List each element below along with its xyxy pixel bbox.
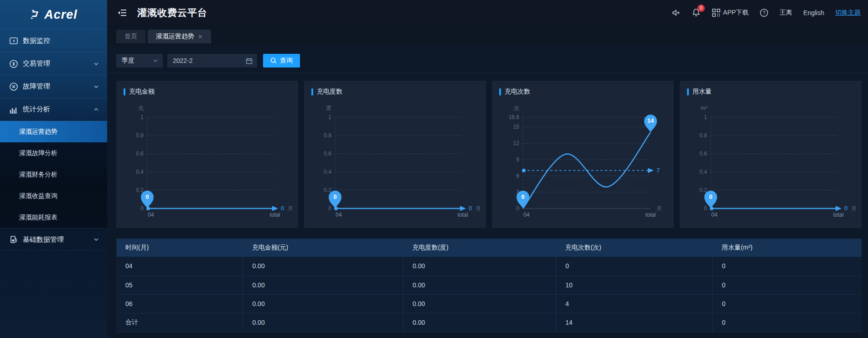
chevron-down-icon xyxy=(153,58,158,63)
page-title: 灌溉收费云平台 xyxy=(137,6,207,19)
svg-text:?: ? xyxy=(763,10,765,16)
submenu-item-finance-analysis[interactable]: 灌溉财务分析 xyxy=(0,164,107,185)
svg-text:0: 0 xyxy=(709,193,712,200)
period-select[interactable]: 季度 xyxy=(116,54,163,68)
svg-text:月: 月 xyxy=(288,205,293,212)
brand-name: Acrel xyxy=(44,8,78,22)
svg-text:元: 元 xyxy=(138,105,144,111)
monitor-icon xyxy=(9,36,18,46)
panel-title: 充电金额 xyxy=(116,81,298,96)
mute-icon[interactable] xyxy=(672,8,681,17)
table-cell: 06 xyxy=(116,294,243,313)
table-cell: 0.00 xyxy=(243,313,403,332)
panel-charge-amount: 充电金额 00.20.40.60.81元04total0月0 xyxy=(116,81,298,228)
panel-water-usage: 用水量 00.20.40.60.81m³04total0月0 xyxy=(680,81,862,228)
svg-text:0.2: 0.2 xyxy=(324,187,331,193)
table-cell: 0 xyxy=(713,276,862,294)
table-cell: 0 xyxy=(713,313,862,332)
query-bar: 季度 查询 xyxy=(116,54,868,68)
svg-text:0: 0 xyxy=(844,205,847,212)
chevron-down-icon xyxy=(93,237,99,242)
sidebar-item-transaction[interactable]: ¥ 交易管理 xyxy=(0,52,107,75)
svg-text:0: 0 xyxy=(140,205,144,212)
svg-text:月: 月 xyxy=(475,205,481,212)
sidebar-item-label: 统计分析 xyxy=(23,105,93,114)
svg-text:0: 0 xyxy=(516,205,519,212)
col-header-time: 时间(月) xyxy=(116,239,243,257)
header-actions: 0 APP下载 ? 王离 English 切换主题 xyxy=(672,8,861,18)
table-row: 050.000.00100 xyxy=(116,276,862,294)
sidebar-item-statistics[interactable]: 统计分析 xyxy=(0,98,107,120)
submenu-item-fault-analysis[interactable]: 灌溉故障分析 xyxy=(0,142,107,164)
panel-charge-energy: 充电度数 00.20.40.60.81度04total0月0 xyxy=(304,81,486,228)
line-chart-water-usage: 00.20.40.60.81m³04total0月0 xyxy=(680,96,862,226)
fault-icon xyxy=(9,82,18,91)
svg-text:0: 0 xyxy=(521,193,524,200)
base-data-icon xyxy=(9,235,18,244)
table-cell: 0.00 xyxy=(403,257,556,276)
table-cell: 合计 xyxy=(116,313,243,332)
svg-text:0.2: 0.2 xyxy=(136,187,144,193)
col-header-charge-amount: 充电金额(元) xyxy=(243,239,403,257)
svg-text:0: 0 xyxy=(333,193,336,200)
stats-icon xyxy=(9,105,18,114)
svg-text:1: 1 xyxy=(704,114,707,120)
svg-text:0.6: 0.6 xyxy=(136,151,144,157)
table-cell: 0.00 xyxy=(403,294,556,313)
sidebar-collapse-icon[interactable] xyxy=(117,8,127,18)
username[interactable]: 王离 xyxy=(780,9,792,17)
table-header-row: 时间(月) 充电金额(元) 充电度数(度) 充电次数(次) 用水量(m³) xyxy=(116,239,862,257)
notification-bell[interactable]: 0 xyxy=(692,8,701,18)
svg-text:15: 15 xyxy=(513,124,520,130)
main-area: 灌溉收费云平台 0 xyxy=(107,0,868,338)
svg-text:0: 0 xyxy=(145,193,149,200)
sidebar-item-base-data[interactable]: 基础数据管理 xyxy=(0,228,107,251)
svg-text:04: 04 xyxy=(336,212,342,218)
top-header: 灌溉收费云平台 0 xyxy=(107,0,868,26)
help-icon[interactable]: ? xyxy=(760,8,769,17)
tab-home[interactable]: 首页 xyxy=(116,30,145,43)
period-select-value: 季度 xyxy=(122,57,134,65)
line-chart-charge-count: 0369121516.8次04total7月014 xyxy=(492,96,674,226)
tab-close-icon[interactable]: ✕ xyxy=(198,33,203,40)
search-icon xyxy=(270,57,277,64)
theme-switch-link[interactable]: 切换主题 xyxy=(835,9,861,17)
table-row: 060.000.0040 xyxy=(116,294,862,313)
app-download-button[interactable]: APP下载 xyxy=(712,8,749,17)
table-cell: 4 xyxy=(556,294,713,313)
panel-title-text: 用水量 xyxy=(692,88,712,96)
table-cell: 05 xyxy=(116,276,243,294)
table-cell: 0.00 xyxy=(243,276,403,294)
col-header-water-usage: 用水量(m³) xyxy=(713,239,862,257)
qr-code-icon xyxy=(712,8,721,17)
col-header-charge-energy: 充电度数(度) xyxy=(403,239,556,257)
col-header-charge-count: 充电次数(次) xyxy=(556,239,713,257)
sidebar-item-fault[interactable]: 故障管理 xyxy=(0,75,107,98)
svg-text:total: total xyxy=(458,212,468,218)
panel-title-text: 充电度数 xyxy=(317,88,342,96)
submenu-item-operation-trend[interactable]: 灌溉运营趋势 xyxy=(0,121,107,142)
svg-text:16.8: 16.8 xyxy=(509,114,520,120)
svg-text:total: total xyxy=(646,212,656,218)
table-cell: 0 xyxy=(556,257,713,276)
table-cell: 10 xyxy=(556,276,713,294)
tab-operation-trend[interactable]: 灌溉运营趋势 ✕ xyxy=(148,30,211,43)
calendar-icon xyxy=(246,57,253,64)
language-switch[interactable]: English xyxy=(803,9,824,16)
date-input[interactable] xyxy=(173,57,241,64)
sidebar: Acrel 数据监控 ¥ 交易管理 故障管理 xyxy=(0,0,107,338)
date-picker[interactable] xyxy=(167,54,257,68)
table-cell: 14 xyxy=(556,313,713,332)
summary-table-wrap: 时间(月) 充电金额(元) 充电度数(度) 充电次数(次) 用水量(m³) 04… xyxy=(116,239,862,332)
tab-strip: 首页 灌溉运营趋势 ✕ xyxy=(107,26,868,46)
submenu-item-revenue-query[interactable]: 灌溉收益查询 xyxy=(0,185,107,207)
submenu-item-energy-report[interactable]: 灌溉能耗报表 xyxy=(0,207,107,228)
svg-text:m³: m³ xyxy=(701,105,707,111)
sidebar-item-data-monitor[interactable]: 数据监控 xyxy=(0,29,107,52)
statistics-submenu: 灌溉运营趋势 灌溉故障分析 灌溉财务分析 灌溉收益查询 灌溉能耗报表 xyxy=(0,120,107,228)
svg-text:0: 0 xyxy=(469,205,472,212)
panel-title-text: 充电次数 xyxy=(505,88,530,96)
svg-text:0: 0 xyxy=(281,205,284,212)
search-button[interactable]: 查询 xyxy=(263,54,300,68)
sidebar-item-label: 基础数据管理 xyxy=(23,235,93,244)
